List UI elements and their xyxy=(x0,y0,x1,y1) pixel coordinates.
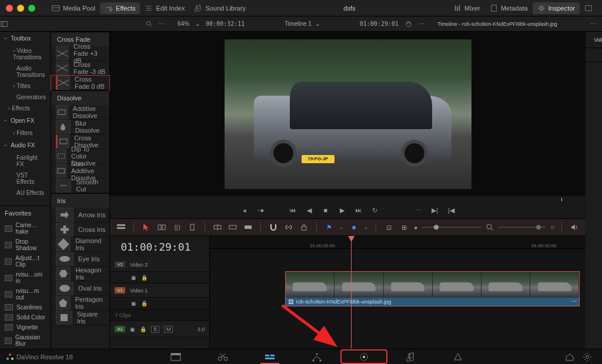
fx-square-iris[interactable]: Square Iris xyxy=(51,311,109,325)
favorite-item[interactable]: Solid Color xyxy=(0,312,51,322)
track-v1-ctrl[interactable]: ▣🔒 xyxy=(110,298,209,309)
timeline-zoom-slider[interactable] xyxy=(422,227,481,228)
zoom-window-icon[interactable] xyxy=(28,5,35,12)
track-v2[interactable]: V2Video 2 xyxy=(110,258,209,272)
favorite-item[interactable]: rvisu…om in xyxy=(0,269,51,286)
flag-icon[interactable]: ⚑ xyxy=(324,222,335,232)
timeline-tracks-area[interactable]: 01:00:28:00 01:00:32:00 🖼rob-scholten-KN… xyxy=(210,236,586,349)
timeline-height-slider[interactable] xyxy=(499,227,546,228)
home-icon[interactable] xyxy=(561,352,578,362)
settings-icon[interactable] xyxy=(578,352,596,362)
next-icon[interactable]: ▶| xyxy=(429,204,442,216)
page-cut[interactable] xyxy=(199,349,246,364)
favorite-item[interactable]: Adjust…t Clip xyxy=(0,253,51,269)
prev-frame-icon[interactable]: ◀ xyxy=(303,204,316,216)
favorite-item[interactable]: rvisu…m out xyxy=(0,286,51,302)
first-frame-icon[interactable]: ⏮ xyxy=(286,204,299,216)
play-icon[interactable]: ▶ xyxy=(336,204,349,216)
fx-nonadditive-dissolve[interactable]: Non-Additive Dissolve xyxy=(51,164,109,178)
page-fairlight[interactable] xyxy=(387,349,434,364)
viewer-zoom[interactable]: 64% xyxy=(178,21,189,27)
sidebar-toggle-icon[interactable] xyxy=(0,20,8,28)
filters-item[interactable]: Filters xyxy=(0,127,51,139)
fx-additive-dissolve[interactable]: Additive Dissolve xyxy=(51,105,109,120)
page-fusion[interactable] xyxy=(293,349,340,364)
track-a1[interactable]: A1▣🔒SM2.0 xyxy=(110,321,209,338)
fx-eye-iris[interactable]: Eye Iris xyxy=(51,252,109,267)
chevron-down-icon[interactable]: ⌄ xyxy=(315,21,320,27)
viewer-scrub-position[interactable] xyxy=(561,198,562,201)
favorite-item[interactable]: Came…hake xyxy=(0,220,51,237)
zoom-full-icon[interactable]: ⊡ xyxy=(383,222,394,232)
overwrite-icon[interactable] xyxy=(228,222,238,232)
insert-icon[interactable] xyxy=(212,222,223,232)
selection-tool-icon[interactable] xyxy=(141,222,152,232)
zoom-icon[interactable] xyxy=(486,223,494,231)
bypass-icon[interactable] xyxy=(404,20,413,28)
mediapool-tab[interactable]: Media Pool xyxy=(47,2,100,14)
soundlib-tab[interactable]: Sound Library xyxy=(189,2,250,14)
trim-tool-icon[interactable] xyxy=(156,222,167,232)
au-item[interactable]: AU Effects xyxy=(0,187,51,198)
video-transitions-item[interactable]: Video Transitions xyxy=(0,45,51,63)
openfx-group[interactable]: Open FX xyxy=(0,114,51,127)
options-icon[interactable]: ⋯ xyxy=(159,21,165,27)
retime-icon[interactable]: 〰 xyxy=(571,299,577,305)
favorite-item[interactable]: Vignette xyxy=(0,322,51,332)
inspector-tab[interactable]: Inspector xyxy=(533,2,580,14)
fx-hexagon-iris[interactable]: Hexagon Iris xyxy=(51,267,109,281)
clip-video1[interactable]: 🖼rob-scholten-KNdExPFi9bk-unsplash.jpg〰 xyxy=(285,271,580,306)
fullview-button[interactable] xyxy=(580,2,597,14)
search-icon[interactable] xyxy=(145,20,153,28)
mute-icon[interactable] xyxy=(569,222,580,232)
timeline-name[interactable]: Timeline 1 xyxy=(285,21,312,27)
options-icon[interactable]: ⋯ xyxy=(412,204,425,216)
fx-smooth-cut[interactable]: Smooth Cut xyxy=(51,178,109,193)
mixer-tab[interactable]: Mixer xyxy=(449,2,485,14)
effects-item[interactable]: Effects xyxy=(0,103,51,114)
dynamic-trim-icon[interactable]: ⟨|⟩ xyxy=(172,222,182,232)
fx-crossfade-minus3[interactable]: Cross Fade -3 dB xyxy=(51,61,109,76)
fx-cross-iris[interactable]: Cross Iris xyxy=(51,223,109,237)
page-edit[interactable] xyxy=(246,349,293,364)
fx-crossfade-plus3[interactable]: Cross Fade +3 dB xyxy=(51,46,109,61)
audio-transitions-item[interactable]: Audio Transitions xyxy=(0,63,51,80)
in-out-icon[interactable]: ◦● xyxy=(255,204,267,216)
titles-item[interactable]: Titles xyxy=(0,80,51,92)
page-media[interactable] xyxy=(152,349,199,364)
audiofx-group[interactable]: Audio FX xyxy=(0,139,51,152)
next-frame-icon[interactable]: ⏭ xyxy=(352,204,365,216)
zoom-detail-icon[interactable]: ⊞ xyxy=(399,222,409,232)
fx-oval-iris[interactable]: Oval Iris xyxy=(51,281,109,296)
link-icon[interactable] xyxy=(283,222,294,232)
insp-sub-fusion[interactable]: Fusion xyxy=(598,50,602,60)
favorite-item[interactable]: Scanlines xyxy=(0,302,51,312)
fx-crossfade-0[interactable]: Cross Fade 0 dB xyxy=(51,76,109,90)
fairlightfx-item[interactable]: Fairlight FX xyxy=(0,152,51,170)
favorite-item[interactable]: Gaussian Blur xyxy=(0,332,51,349)
track-v2-ctrl[interactable]: ▣🔒 xyxy=(110,272,209,284)
options-icon[interactable]: ⋯ xyxy=(590,21,596,27)
fx-blur-dissolve[interactable]: Blur Dissolve xyxy=(51,120,109,134)
snap-icon[interactable] xyxy=(268,222,279,232)
toolbox-group[interactable]: Toolbox xyxy=(0,32,51,45)
effects-tab[interactable]: Effects xyxy=(100,2,140,14)
match-frame-icon[interactable]: ◂ xyxy=(238,204,251,216)
timeline-ruler[interactable]: 01:00:28:00 01:00:32:00 xyxy=(210,236,586,249)
lock-icon[interactable] xyxy=(299,222,309,232)
timeline-timecode[interactable]: 01:00:29:01 xyxy=(110,236,209,258)
page-color[interactable] xyxy=(340,349,387,364)
minimize-window-icon[interactable] xyxy=(17,5,24,12)
generators-item[interactable]: Generators xyxy=(0,92,51,103)
vst-item[interactable]: VST Effects xyxy=(0,170,51,187)
close-window-icon[interactable] xyxy=(6,5,13,12)
fx-arrow-iris[interactable]: Arrow Iris xyxy=(51,208,109,223)
insp-tab-video[interactable]: Video xyxy=(590,35,602,45)
fx-pentagon-iris[interactable]: Pentagon Iris xyxy=(51,296,109,311)
blade-tool-icon[interactable] xyxy=(187,222,198,232)
timeline-view-icon[interactable] xyxy=(116,222,126,232)
window-traffic-lights[interactable] xyxy=(6,5,35,12)
metadata-tab[interactable]: Metadata xyxy=(485,2,533,14)
track-v1[interactable]: V1Video 1 xyxy=(110,284,209,298)
favorite-item[interactable]: Drop Shadow xyxy=(0,237,51,253)
